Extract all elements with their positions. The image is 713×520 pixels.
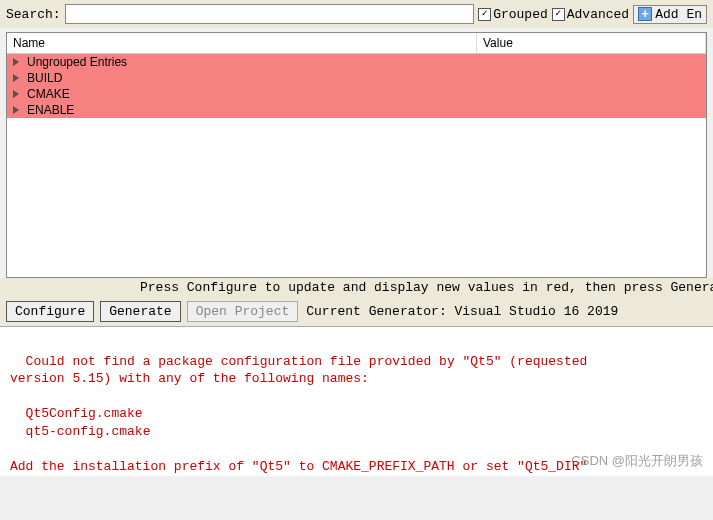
add-entry-button[interactable]: + Add En: [633, 5, 707, 24]
chevron-right-icon[interactable]: [11, 57, 21, 67]
checkbox-icon: ✓: [478, 8, 491, 21]
grouped-label: Grouped: [493, 7, 548, 22]
generate-button[interactable]: Generate: [100, 301, 180, 322]
watermark: CSDN @阳光开朗男孩: [571, 452, 703, 470]
advanced-checkbox[interactable]: ✓ Advanced: [552, 7, 629, 22]
search-input[interactable]: [65, 4, 475, 24]
log-text: Could not find a package configuration f…: [10, 354, 587, 476]
entry-name: BUILD: [27, 71, 467, 85]
column-header-value[interactable]: Value: [477, 33, 706, 53]
grouped-checkbox[interactable]: ✓ Grouped: [478, 7, 548, 22]
column-header-name[interactable]: Name: [7, 33, 477, 53]
chevron-right-icon[interactable]: [11, 73, 21, 83]
table-row[interactable]: Ungrouped Entries: [7, 54, 706, 70]
cache-header: Name Value: [7, 33, 706, 54]
open-project-button: Open Project: [187, 301, 299, 322]
top-bar: Search: ✓ Grouped ✓ Advanced + Add En: [0, 0, 713, 28]
entry-name: CMAKE: [27, 87, 467, 101]
configure-button[interactable]: Configure: [6, 301, 94, 322]
hint-text: Press Configure to update and display ne…: [0, 278, 713, 297]
log-output[interactable]: Could not find a package configuration f…: [0, 326, 713, 476]
advanced-label: Advanced: [567, 7, 629, 22]
table-row[interactable]: BUILD: [7, 70, 706, 86]
entry-name: ENABLE: [27, 103, 467, 117]
checkbox-icon: ✓: [552, 8, 565, 21]
cache-table: Name Value Ungrouped Entries BUILD CMAKE: [6, 32, 707, 278]
cache-body: Ungrouped Entries BUILD CMAKE ENABLE: [7, 54, 706, 277]
chevron-right-icon[interactable]: [11, 105, 21, 115]
table-row[interactable]: ENABLE: [7, 102, 706, 118]
add-entry-label: Add En: [655, 7, 702, 22]
search-label: Search:: [6, 7, 61, 22]
current-generator-label: Current Generator: Visual Studio 16 2019: [306, 304, 618, 319]
button-row: Configure Generate Open Project Current …: [0, 297, 713, 326]
entry-name: Ungrouped Entries: [27, 55, 467, 69]
plus-icon: +: [638, 7, 652, 21]
table-row[interactable]: CMAKE: [7, 86, 706, 102]
chevron-right-icon[interactable]: [11, 89, 21, 99]
